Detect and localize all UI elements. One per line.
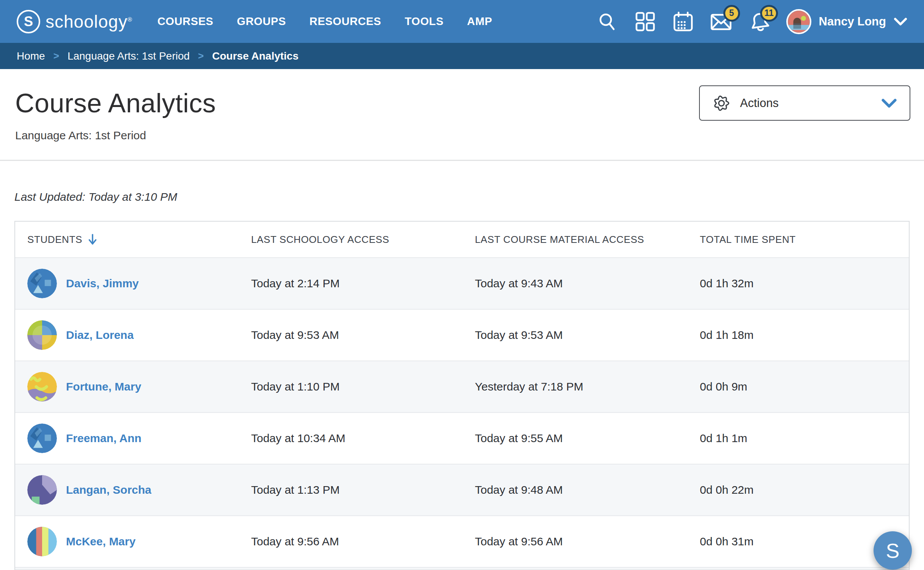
student-name-link[interactable]: Diaz, Lorena: [66, 329, 134, 342]
last-schoology-access-value: Today at 1:13 PM: [239, 483, 463, 496]
calendar-icon[interactable]: [673, 11, 694, 32]
nav-right-cluster: 5 11 Nancy Long: [597, 9, 907, 34]
user-chevron-down-icon: [894, 17, 907, 26]
total-time-spent-value: 0d 0h 22m: [688, 483, 909, 496]
student-avatar[interactable]: [27, 320, 57, 350]
gear-icon: [713, 94, 730, 112]
user-name: Nancy Long: [819, 15, 886, 28]
last-schoology-access-value: Today at 9:56 AM: [239, 535, 463, 548]
student-avatar[interactable]: [27, 269, 57, 298]
page-header: Course Analytics Language Arts: 1st Peri…: [0, 69, 924, 161]
table-row[interactable]: Davis, Jimmy Today at 2:14 PM Today at 9…: [15, 257, 909, 309]
breadcrumb: Home > Language Arts: 1st Period > Cours…: [0, 43, 924, 69]
last-schoology-access-value: Today at 10:34 AM: [239, 432, 463, 445]
analytics-table: STUDENTS LAST SCHOOLOGY ACCESS LAST COUR…: [14, 221, 910, 570]
column-header-total-time-spent[interactable]: TOTAL TIME SPENT: [688, 234, 909, 246]
last-updated-text: Last Updated: Today at 3:10 PM: [14, 191, 910, 203]
table-body: Davis, Jimmy Today at 2:14 PM Today at 9…: [15, 257, 909, 567]
nav-item-tools[interactable]: TOOLS: [405, 15, 443, 28]
breadcrumb-current-page: Course Analytics: [212, 50, 299, 62]
search-icon[interactable]: [597, 11, 618, 32]
table-row[interactable]: Freeman, Ann Today at 10:34 AM Today at …: [15, 412, 909, 464]
support-floating-button[interactable]: S: [874, 531, 912, 570]
last-course-material-access-value: Today at 9:53 AM: [463, 329, 688, 342]
column-header-last-course-material-access[interactable]: LAST COURSE MATERIAL ACCESS: [463, 234, 688, 246]
messages-count-badge: 5: [723, 5, 740, 22]
total-time-spent-value: 0d 1h 1m: [688, 432, 909, 445]
nav-item-amp[interactable]: AMP: [467, 15, 492, 28]
breadcrumb-home[interactable]: Home: [17, 50, 45, 62]
notifications-bell-icon[interactable]: 11: [748, 11, 770, 32]
nav-item-resources[interactable]: RESOURCES: [310, 15, 381, 28]
breadcrumb-separator: >: [198, 50, 204, 62]
actions-button-label: Actions: [740, 96, 779, 110]
top-nav: S schoology® COURSES GROUPS RESOURCES TO…: [0, 0, 924, 43]
nav-item-courses[interactable]: COURSES: [157, 15, 214, 28]
breadcrumb-separator: >: [53, 50, 59, 62]
student-name-link[interactable]: Langan, Sorcha: [66, 483, 151, 496]
actions-button[interactable]: Actions: [699, 85, 910, 121]
total-time-spent-value: 0d 1h 18m: [688, 329, 909, 342]
student-avatar[interactable]: [27, 424, 57, 453]
table-row-partial: [15, 567, 909, 570]
user-menu[interactable]: Nancy Long: [786, 9, 907, 34]
sort-descending-icon: [88, 233, 97, 246]
table-row[interactable]: Fortune, Mary Today at 1:10 PM Yesterday…: [15, 361, 909, 412]
main-menu: COURSES GROUPS RESOURCES TOOLS AMP: [157, 15, 492, 28]
student-name-link[interactable]: Davis, Jimmy: [66, 277, 139, 290]
table-header-row: STUDENTS LAST SCHOOLOGY ACCESS LAST COUR…: [15, 222, 909, 257]
last-schoology-access-value: Today at 1:10 PM: [239, 380, 463, 393]
page-subtitle: Language Arts: 1st Period: [15, 129, 924, 142]
last-course-material-access-value: Today at 9:43 AM: [463, 277, 688, 290]
table-row[interactable]: Langan, Sorcha Today at 1:13 PM Today at…: [15, 464, 909, 515]
student-avatar[interactable]: [27, 372, 57, 402]
schoology-s-icon: S: [17, 10, 40, 33]
last-course-material-access-value: Today at 9:48 AM: [463, 483, 688, 496]
registered-mark: ®: [127, 16, 132, 22]
total-time-spent-value: 0d 0h 9m: [688, 380, 909, 393]
notifications-count-badge: 11: [760, 5, 778, 22]
student-avatar[interactable]: [27, 527, 57, 556]
student-avatar[interactable]: [27, 475, 57, 505]
column-header-students[interactable]: STUDENTS: [15, 233, 239, 246]
student-name-link[interactable]: Fortune, Mary: [66, 380, 141, 393]
total-time-spent-value: 0d 1h 32m: [688, 277, 909, 290]
column-header-last-schoology-access[interactable]: LAST SCHOOLOGY ACCESS: [239, 234, 463, 246]
messages-icon[interactable]: 5: [710, 11, 732, 32]
actions-chevron-down-icon: [882, 98, 897, 108]
last-schoology-access-value: Today at 9:53 AM: [239, 329, 463, 342]
schoology-logo[interactable]: S schoology®: [17, 10, 132, 33]
last-course-material-access-value: Today at 9:55 AM: [463, 432, 688, 445]
table-row[interactable]: McKee, Mary Today at 9:56 AM Today at 9:…: [15, 515, 909, 567]
breadcrumb-course[interactable]: Language Arts: 1st Period: [68, 50, 190, 62]
apps-grid-icon[interactable]: [635, 11, 656, 32]
nav-item-groups[interactable]: GROUPS: [237, 15, 286, 28]
last-course-material-access-value: Yesterday at 7:18 PM: [463, 380, 688, 393]
table-row[interactable]: Diaz, Lorena Today at 9:53 AM Today at 9…: [15, 309, 909, 361]
user-avatar: [786, 9, 811, 34]
student-name-link[interactable]: McKee, Mary: [66, 535, 135, 548]
last-course-material-access-value: Today at 9:56 AM: [463, 535, 688, 548]
student-name-link[interactable]: Freeman, Ann: [66, 432, 141, 445]
schoology-wordmark: schoology®: [46, 10, 132, 33]
last-schoology-access-value: Today at 2:14 PM: [239, 277, 463, 290]
main-content: Last Updated: Today at 3:10 PM STUDENTS …: [0, 191, 924, 570]
